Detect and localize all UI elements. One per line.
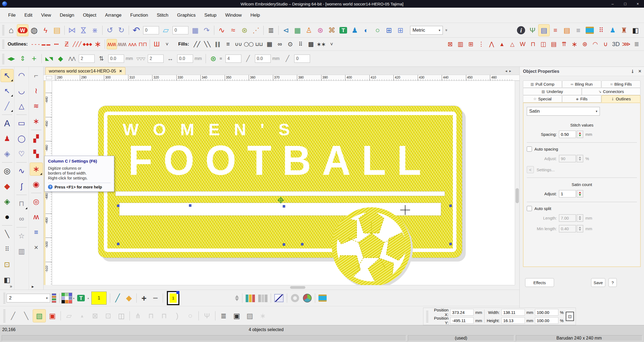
pinwheel-icon[interactable]: ⊛ [208, 53, 219, 64]
satin-raised-tool[interactable]: ʍ [30, 211, 43, 223]
yinyang-icon[interactable]: ◐ [361, 25, 372, 36]
active-colorway-swatch[interactable]: 1 [167, 291, 179, 305]
undo-icon[interactable]: ↶ [131, 25, 142, 36]
toolbar-grip[interactable] [426, 310, 428, 322]
pencil-tool[interactable]: ╲ [1, 228, 13, 240]
outline-square-dash-icon[interactable]: ▪▪▪ [52, 39, 61, 49]
adjust-spacing-input[interactable] [559, 155, 576, 162]
cutter-tool[interactable]: × [30, 241, 43, 254]
design-canvas[interactable]: WOMEN'S FOOTBALL [52, 81, 515, 285]
offset-icon[interactable]: ⇅ [96, 53, 107, 64]
stitch-apple2-icon[interactable]: ⊓ [158, 310, 170, 322]
stamp-icon[interactable]: ♜ [619, 25, 630, 36]
effect-bands-icon[interactable]: ▤ [549, 39, 559, 49]
stitch-zigzag-icon[interactable]: ∿ [216, 25, 227, 36]
min-length-input[interactable] [559, 225, 576, 232]
effect-3d-icon[interactable]: 3D [611, 39, 621, 49]
mirror-horizontal-icon[interactable]: ⋈ [67, 25, 77, 36]
selection-handle[interactable] [449, 243, 452, 245]
outline-chevron-icon[interactable]: ˅ [162, 39, 172, 49]
effect-columns-icon[interactable]: ◫ [538, 39, 548, 49]
apple-outline-icon[interactable]: ○ [184, 310, 197, 322]
fills-chevron-icon[interactable]: ˅ [327, 39, 336, 49]
color-cell[interactable] [69, 296, 72, 300]
colorway-list-icon[interactable]: ≡ [550, 25, 561, 36]
apply-color-icon[interactable]: ◆ [124, 292, 134, 304]
menu-item-design[interactable]: Design [55, 11, 79, 20]
tab-special[interactable]: ☆Special [523, 95, 562, 103]
length-stepper[interactable] [577, 214, 583, 222]
tab-bling-run[interactable]: ∞Bling Run [562, 80, 601, 88]
toolbar-grip[interactable] [2, 25, 4, 35]
color-cell[interactable] [69, 293, 72, 296]
design-text-football[interactable]: FOOTBALL [107, 140, 453, 181]
complex-fill-tool[interactable]: ◉ [30, 178, 43, 191]
toolbar-grip[interactable] [2, 40, 4, 49]
color-cell[interactable] [62, 300, 65, 303]
selection-handle[interactable] [449, 205, 452, 207]
document-tab[interactable]: womens world soccer14-HERO-05 × [45, 67, 125, 75]
effect-rays-icon[interactable]: ⋮ [476, 39, 486, 49]
stitch-spray-icon[interactable]: ⋰ [251, 25, 261, 36]
position-y-input[interactable] [450, 317, 474, 324]
pencil-icon[interactable]: ╱ [282, 53, 293, 64]
mosaic-icon[interactable]: ▦ [292, 25, 303, 36]
hexagon-filled-tool[interactable]: ● [1, 211, 13, 223]
effect-list-icon[interactable]: ≣ [632, 39, 642, 49]
soccer-ball-graphic[interactable] [330, 206, 412, 285]
comb-icon[interactable]: ≣ [266, 25, 276, 36]
dots-tool[interactable]: ⠿ [1, 243, 13, 256]
vertical-scrollbar-thumb[interactable] [516, 188, 519, 203]
motif-run-tool[interactable]: ∗ [30, 115, 43, 128]
open-shape-tool[interactable]: △ [15, 100, 28, 112]
color-cell[interactable] [52, 296, 56, 298]
palette-icon[interactable] [61, 293, 72, 304]
design-info-icon[interactable]: i [516, 25, 526, 36]
fill-rows-icon[interactable]: ≡ [223, 39, 233, 49]
menu-item-view[interactable]: View [37, 11, 56, 20]
menu-item-setup[interactable]: Setup [200, 11, 221, 20]
mirror-y-icon[interactable]: ⇕ [17, 53, 28, 64]
reshape-tool[interactable]: ↖ [1, 85, 13, 97]
outline-diamond-icon[interactable]: ◆◆◆ [83, 39, 92, 49]
remove-color-icon[interactable]: − [150, 292, 161, 304]
contrast-icon[interactable]: ◧ [630, 25, 641, 36]
rotate-ccw-icon[interactable]: ↺ [104, 25, 115, 36]
spacing-stepper[interactable] [577, 131, 583, 138]
effect-feather-icon[interactable]: ⇈ [559, 39, 569, 49]
fill-satin-icon[interactable]: ╱╱ [192, 39, 202, 49]
offset-input[interactable] [108, 55, 124, 63]
tab-connectors[interactable]: ↘Connectors [582, 88, 640, 95]
ring-icon[interactable]: ○ [372, 25, 383, 36]
triple-run-tool[interactable]: ≋ [30, 100, 43, 112]
colorway-editor-icon[interactable] [246, 294, 255, 302]
rotate-copy-icon[interactable]: ↷ [201, 25, 212, 36]
menu-item-stitch[interactable]: Stitch [152, 11, 173, 20]
fill-mesh-icon[interactable]: ▩ [306, 39, 316, 49]
effect-star-icon[interactable]: ∗ [570, 39, 579, 49]
min-length-stepper[interactable] [577, 225, 583, 232]
stitch-pencil-icon[interactable]: ╲ [20, 310, 32, 322]
color-cell[interactable] [258, 295, 261, 302]
circles-tool[interactable]: ∞ [15, 212, 28, 225]
home-icon[interactable]: ⌂ [6, 25, 17, 36]
flyout-arrow-icon[interactable]: ▴ [88, 296, 89, 299]
menu-item-object[interactable]: Object [79, 11, 101, 20]
design-thin-stripe[interactable] [116, 191, 445, 196]
reshape-object-icon[interactable]: ▱ [63, 310, 75, 322]
select-tool[interactable]: ↖ [1, 69, 13, 82]
skew-icon[interactable]: ▱ [160, 25, 171, 36]
selection-handle[interactable] [117, 205, 119, 207]
lock-stitch-tool[interactable]: ⊡ [1, 258, 13, 271]
unit-dropdown[interactable]: Metric ▾ [410, 26, 443, 35]
fill-weave-icon[interactable]: ▦ [264, 39, 274, 49]
coreldraw-icon[interactable]: ◍ [29, 25, 40, 36]
outline-dashdot-icon[interactable]: ▬ ▬ [41, 39, 51, 49]
length-input[interactable] [559, 214, 576, 222]
color-cell[interactable] [65, 296, 68, 300]
stitch-list-icon[interactable]: ≡ [573, 25, 584, 36]
delete-object-icon[interactable]: ⊠ [89, 310, 101, 322]
color-cell[interactable] [65, 300, 68, 303]
outline-dash-icon[interactable]: - - - [31, 39, 41, 49]
minimize-button[interactable]: – [606, 0, 619, 8]
